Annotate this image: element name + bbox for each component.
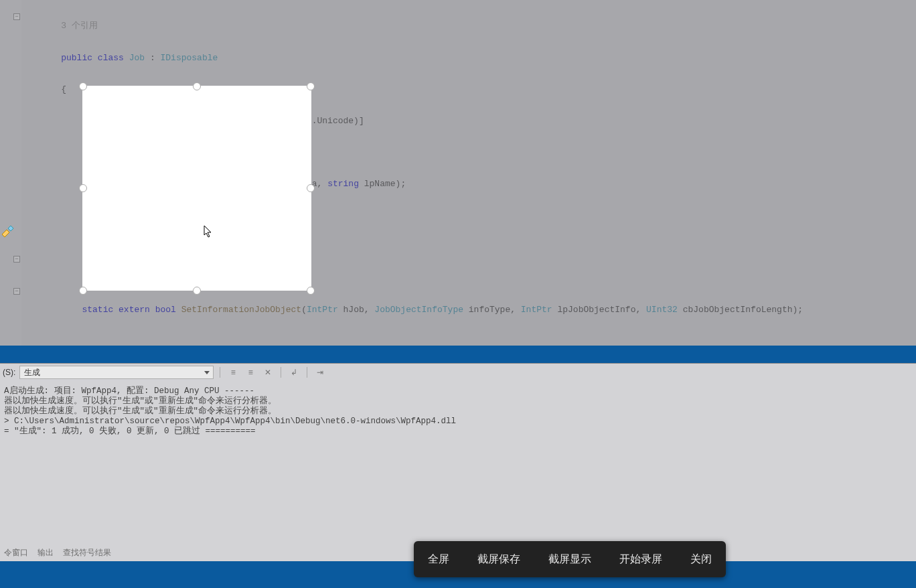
selection-handle-n[interactable] [193,82,201,90]
method: SetInformationJobObject [181,305,301,315]
tab-find-symbol-results[interactable]: 查找符号结果 [63,547,111,559]
method: CreateJobObject [192,179,270,189]
type: IntPtr [275,179,307,189]
tab-command-window[interactable]: 令窗口 [4,547,28,559]
text: .Unicode)] [312,116,364,126]
selection-handle-nw[interactable] [79,82,87,90]
fold-toggle[interactable]: − [13,13,20,20]
text: infoType, [463,305,521,315]
text: cbJobObjectInfoLength); [678,305,803,315]
string: "kernel32.dll" [139,242,212,252]
output-panel: (S): 生成 ≡ ≡ ✕ ↲ ⇥ A启动生成: 项目: WpfApp4, 配置… [0,363,916,561]
type: UInt32 [646,305,678,315]
selection-handle-se[interactable] [307,287,315,295]
text: hJob, [338,305,375,315]
text: lpJobObjectInfo, [552,305,646,315]
selection-handle-e[interactable] [307,184,315,192]
next-message-icon[interactable]: ≡ [244,366,257,379]
save-screenshot-button[interactable]: 截屏保存 [472,550,526,569]
text: , CharSet = [212,116,275,126]
output-text[interactable]: A启动生成: 项目: WpfApp4, 配置: Debug Any CPU --… [0,384,916,544]
separator [220,367,220,378]
close-button[interactable]: 关闭 [685,550,717,569]
prev-message-icon[interactable]: ≡ [226,366,240,379]
text: lpName); [359,179,406,189]
start-record-button[interactable]: 开始录屏 [614,550,668,569]
string: "kernel32.dll" [139,116,212,126]
text: : [150,53,155,63]
fold-toggle[interactable]: − [13,256,20,263]
word-wrap-icon[interactable]: ↲ [287,366,301,379]
selection-handle-sw[interactable] [79,287,87,295]
code-lens[interactable]: 3 个引用 [61,21,98,31]
selection-handle-s[interactable] [193,287,201,295]
clear-all-icon[interactable]: ✕ [261,366,275,379]
keyword: public class [61,53,124,63]
type: CharSet [275,116,312,126]
goto-icon[interactable]: ⇥ [313,366,327,379]
output-source-label: (S): [3,368,15,377]
combo-value: 生成 [24,367,40,378]
type: IDisposable [161,53,218,63]
keyword: string [327,179,359,189]
fullscreen-button[interactable]: 全屏 [423,550,455,569]
code-lens[interactable]: 1 个引用 [82,273,119,283]
code-editor: − − − 3 个引用 public class Job : IDisposab… [0,0,916,346]
type: IntPtr [155,179,187,189]
format-brush-icon[interactable] [0,225,15,240]
attr: DllImport [87,242,134,252]
screenshot-toolbar: 全屏 截屏保存 截屏显示 开始录屏 关闭 [414,541,726,577]
keyword: bool [155,305,176,315]
output-toolbar: (S): 生成 ≡ ≡ ✕ ↲ ⇥ [0,364,916,381]
selection-handle-ne[interactable] [307,82,315,90]
type: IntPtr [521,305,552,315]
code-area[interactable]: 3 个引用 public class Job : IDisposable { [… [23,0,916,346]
fold-toggle[interactable]: − [13,288,20,295]
tab-output[interactable]: 输出 [37,547,54,559]
fold-column: − − − [13,0,21,346]
type: JobObjectInfoType [374,305,463,315]
type: IntPtr [307,305,338,315]
type: Job [129,53,145,63]
separator [307,367,307,378]
attr: DllImport [87,116,134,126]
output-source-combo[interactable]: 生成 [19,366,214,379]
show-screenshot-button[interactable]: 截屏显示 [543,550,597,569]
separator [281,367,281,378]
keyword: static extern [82,179,149,189]
code-lens[interactable]: 1 个引用 [82,147,119,157]
panel-separator[interactable] [0,346,916,363]
selection-handle-w[interactable] [79,184,87,192]
keyword: static extern [82,305,149,315]
